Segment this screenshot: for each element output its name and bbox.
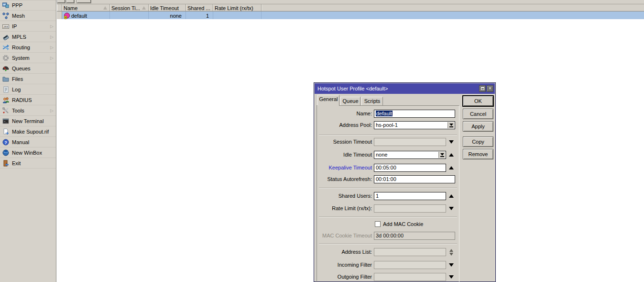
header-gutter bbox=[57, 4, 62, 11]
column-header-idle-timeout[interactable]: Idle Timeout bbox=[149, 4, 186, 11]
remove-button[interactable]: Remove bbox=[463, 149, 493, 159]
log-icon bbox=[2, 86, 10, 93]
toolbar-button[interactable] bbox=[66, 0, 74, 3]
sidebar-item-label: MPLS bbox=[12, 34, 26, 40]
sidebar-item-system[interactable]: System ▷ bbox=[0, 53, 56, 63]
queues-gauge-icon bbox=[2, 65, 10, 72]
svg-text:>_: >_ bbox=[4, 120, 8, 124]
sidebar-item-label: Make Supout.rif bbox=[12, 129, 49, 135]
row-cell-idle-timeout: none bbox=[149, 11, 186, 19]
close-button[interactable]: × bbox=[487, 85, 493, 92]
radius-users-icon bbox=[2, 96, 10, 104]
sidebar-item-label: Queues bbox=[12, 66, 31, 71]
sidebar: PPP Mesh 255 IP ▷ MPLS ▷ Routing ▷ Syste… bbox=[0, 0, 56, 282]
tools-icon bbox=[2, 107, 10, 114]
sort-arrow-icon bbox=[142, 6, 146, 10]
system-gear-icon bbox=[2, 54, 10, 62]
svg-text:?: ? bbox=[4, 140, 7, 145]
row-cell-rate-limit bbox=[213, 11, 262, 19]
sidebar-item-label: System bbox=[12, 55, 30, 61]
toolbar-button[interactable] bbox=[77, 0, 91, 3]
dialog-titlebar[interactable]: Hotspot User Profile <default> × bbox=[315, 83, 495, 94]
submenu-arrow-icon: ▷ bbox=[50, 24, 54, 29]
submenu-arrow-icon: ▷ bbox=[50, 34, 54, 39]
sidebar-item-new-terminal[interactable]: >_ New Terminal bbox=[0, 116, 56, 126]
tab-scripts[interactable]: Scripts bbox=[361, 97, 383, 105]
sidebar-item-label: New Terminal bbox=[12, 118, 44, 124]
row-cell-session-timeout bbox=[110, 11, 149, 19]
sidebar-item-label: RADIUS bbox=[12, 97, 32, 103]
hotspot-profile-icon bbox=[64, 12, 70, 19]
copy-button[interactable]: Copy bbox=[463, 136, 493, 147]
column-header-shared[interactable]: Shared ... bbox=[186, 4, 213, 11]
sidebar-item-new-winbox[interactable]: New WinBox bbox=[0, 147, 56, 158]
routing-icon bbox=[2, 44, 10, 51]
row-cell-name: default bbox=[62, 11, 110, 19]
column-header-rate-limit[interactable]: Rate Limit (rx/tx) bbox=[213, 4, 262, 11]
sidebar-item-label: Manual bbox=[12, 139, 29, 145]
column-header-name[interactable]: Name bbox=[62, 4, 110, 11]
tab-general[interactable]: General bbox=[317, 95, 339, 106]
sidebar-item-label: Mesh bbox=[12, 13, 25, 19]
sidebar-item-ppp[interactable]: PPP bbox=[0, 0, 56, 11]
files-folder-icon bbox=[2, 75, 10, 83]
cancel-button[interactable]: Cancel bbox=[463, 109, 493, 119]
manual-help-icon: ? bbox=[2, 138, 10, 146]
table-header: Name Session Ti... Idle Timeout Shared .… bbox=[57, 4, 644, 11]
sidebar-item-radius[interactable]: RADIUS bbox=[0, 95, 56, 105]
maximize-button[interactable] bbox=[479, 85, 486, 92]
row-cell-filler bbox=[262, 11, 644, 19]
sidebar-item-label: Files bbox=[12, 76, 23, 82]
table-row-default-selected[interactable]: default none 1 bbox=[57, 11, 644, 19]
sidebar-item-tools[interactable]: Tools ▷ bbox=[0, 105, 56, 116]
supout-file-icon bbox=[2, 128, 10, 135]
exit-door-icon bbox=[2, 159, 10, 167]
sort-arrow-icon bbox=[103, 6, 107, 10]
hotspot-user-profile-dialog: Hotspot User Profile <default> × General… bbox=[314, 82, 496, 282]
tab-queue[interactable]: Queue bbox=[340, 97, 360, 105]
sidebar-item-queues[interactable]: Queues bbox=[0, 63, 56, 74]
svg-text:255: 255 bbox=[3, 25, 9, 28]
mesh-icon bbox=[2, 12, 10, 20]
ok-button[interactable]: OK bbox=[463, 96, 493, 106]
apply-button[interactable]: Apply bbox=[463, 121, 493, 132]
mpls-icon bbox=[2, 33, 10, 41]
toolbar-strip bbox=[57, 0, 644, 4]
ppp-icon bbox=[2, 1, 10, 9]
tab-content-border bbox=[317, 105, 459, 282]
winbox-globe-icon bbox=[2, 149, 10, 157]
sidebar-item-manual[interactable]: ? Manual bbox=[0, 137, 56, 147]
sidebar-item-label: Exit bbox=[12, 160, 21, 166]
sidebar-item-exit[interactable]: Exit bbox=[0, 158, 56, 169]
row-gutter bbox=[57, 11, 62, 19]
sidebar-item-label: PPP bbox=[12, 2, 22, 8]
sidebar-item-label: New WinBox bbox=[12, 150, 42, 156]
sidebar-item-label: IP bbox=[12, 23, 17, 29]
sidebar-item-make-supout[interactable]: Make Supout.rif bbox=[0, 126, 56, 137]
sidebar-item-label: Tools bbox=[12, 108, 24, 113]
column-header-filler bbox=[262, 4, 644, 11]
submenu-arrow-icon: ▷ bbox=[50, 56, 54, 60]
row-cell-shared-users: 1 bbox=[186, 11, 213, 19]
sidebar-item-files[interactable]: Files bbox=[0, 74, 56, 84]
close-icon: × bbox=[489, 86, 491, 91]
sidebar-item-label: Routing bbox=[12, 45, 30, 50]
terminal-icon: >_ bbox=[2, 117, 10, 125]
sidebar-item-mesh[interactable]: Mesh bbox=[0, 11, 56, 21]
sidebar-item-log[interactable]: Log bbox=[0, 84, 56, 95]
sidebar-item-label: Log bbox=[12, 87, 21, 92]
sidebar-item-ip[interactable]: 255 IP ▷ bbox=[0, 21, 56, 32]
maximize-icon bbox=[481, 87, 484, 90]
submenu-arrow-icon: ▷ bbox=[50, 108, 54, 113]
sidebar-item-mpls[interactable]: MPLS ▷ bbox=[0, 32, 56, 42]
toolbar-button[interactable] bbox=[57, 0, 65, 3]
sidebar-item-routing[interactable]: Routing ▷ bbox=[0, 42, 56, 53]
column-header-session-timeout[interactable]: Session Ti... bbox=[110, 4, 149, 11]
dialog-title: Hotspot User Profile <default> bbox=[317, 86, 478, 91]
ip-icon: 255 bbox=[2, 23, 10, 30]
submenu-arrow-icon: ▷ bbox=[50, 45, 54, 50]
